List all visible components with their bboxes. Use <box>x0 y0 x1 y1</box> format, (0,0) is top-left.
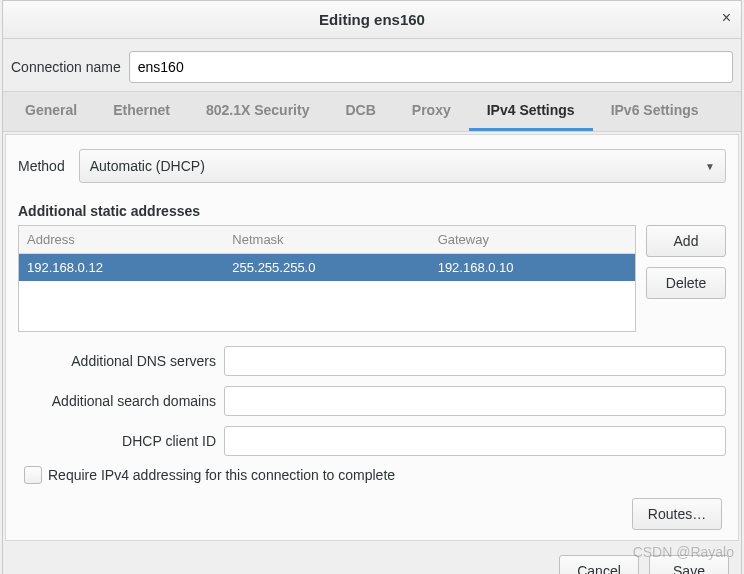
table-row[interactable]: 192.168.0.12 255.255.255.0 192.168.0.10 <box>19 254 635 281</box>
chevron-down-icon: ▼ <box>705 161 715 172</box>
tab-8021x-security[interactable]: 802.1X Security <box>188 92 328 131</box>
save-button[interactable]: Save <box>649 555 729 574</box>
dhcp-client-id-input[interactable] <box>224 426 726 456</box>
addresses-table[interactable]: Address Netmask Gateway 192.168.0.12 255… <box>18 225 636 332</box>
close-icon[interactable]: × <box>722 9 731 27</box>
cancel-button[interactable]: Cancel <box>559 555 639 574</box>
connection-name-label: Connection name <box>11 59 121 75</box>
require-ipv4-label: Require IPv4 addressing for this connect… <box>48 467 395 483</box>
cell-address[interactable]: 192.168.0.12 <box>19 254 224 281</box>
tab-dcb[interactable]: DCB <box>327 92 393 131</box>
require-ipv4-checkbox[interactable] <box>24 466 42 484</box>
dns-servers-label: Additional DNS servers <box>18 353 216 369</box>
method-label: Method <box>18 158 65 174</box>
tab-ipv6-settings[interactable]: IPv6 Settings <box>593 92 717 131</box>
search-domains-label: Additional search domains <box>18 393 216 409</box>
col-header-gateway[interactable]: Gateway <box>430 226 635 253</box>
method-select-value: Automatic (DHCP) <box>90 158 205 174</box>
connection-name-input[interactable] <box>129 51 733 83</box>
ipv4-panel: Method Automatic (DHCP) ▼ Additional sta… <box>5 134 739 541</box>
addresses-section-title: Additional static addresses <box>18 203 726 219</box>
add-button[interactable]: Add <box>646 225 726 257</box>
col-header-netmask[interactable]: Netmask <box>224 226 429 253</box>
table-header-row: Address Netmask Gateway <box>19 226 635 254</box>
dialog-window: Editing ens160 × Connection name General… <box>2 0 742 574</box>
connection-name-row: Connection name <box>3 39 741 91</box>
tab-bar: General Ethernet 802.1X Security DCB Pro… <box>3 91 741 132</box>
routes-button[interactable]: Routes… <box>632 498 722 530</box>
dhcp-client-id-label: DHCP client ID <box>18 433 216 449</box>
cell-netmask[interactable]: 255.255.255.0 <box>224 254 429 281</box>
dialog-footer: Cancel Save <box>3 543 741 574</box>
tab-proxy[interactable]: Proxy <box>394 92 469 131</box>
window-title: Editing ens160 <box>319 11 425 28</box>
search-domains-input[interactable] <box>224 386 726 416</box>
col-header-address[interactable]: Address <box>19 226 224 253</box>
cell-gateway[interactable]: 192.168.0.10 <box>430 254 635 281</box>
tab-ipv4-settings[interactable]: IPv4 Settings <box>469 92 593 131</box>
tab-general[interactable]: General <box>7 92 95 131</box>
tab-ethernet[interactable]: Ethernet <box>95 92 188 131</box>
titlebar: Editing ens160 × <box>3 1 741 39</box>
delete-button[interactable]: Delete <box>646 267 726 299</box>
dns-servers-input[interactable] <box>224 346 726 376</box>
method-select[interactable]: Automatic (DHCP) ▼ <box>79 149 726 183</box>
